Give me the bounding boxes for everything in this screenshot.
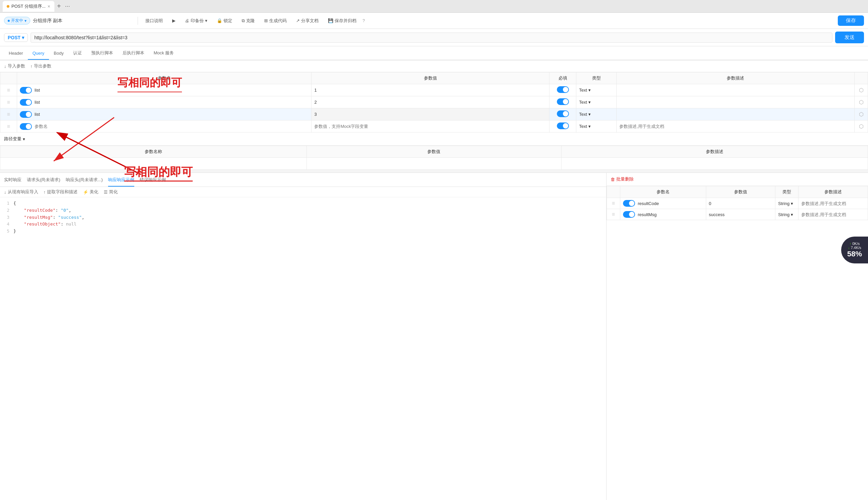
beautify-label: 美化	[90, 189, 98, 195]
drag-handle-icon[interactable]: ≡	[7, 111, 10, 117]
beautify-icon: ⚡	[83, 190, 88, 195]
row2-toggle[interactable]	[20, 99, 32, 106]
res-row2-name[interactable]	[638, 212, 703, 217]
row3-required-toggle[interactable]	[557, 110, 569, 117]
res-col-type: 类型	[775, 186, 799, 198]
clone-button[interactable]: ⧉ 克隆	[238, 16, 258, 25]
drag-handle-icon[interactable]: ≡	[7, 99, 10, 105]
url-input[interactable]	[31, 33, 832, 43]
res-row2-desc[interactable]	[801, 212, 865, 217]
tab-query[interactable]: Query	[28, 47, 49, 59]
res-row2-toggle[interactable]	[623, 211, 635, 218]
row3-name-input[interactable]	[35, 112, 308, 117]
beautify-button[interactable]: ⚡ 美化	[83, 189, 98, 195]
clone-icon: ⧉	[242, 18, 245, 23]
api-name-input[interactable]	[33, 18, 134, 23]
response-tab-realtime[interactable]: 实时响应	[4, 173, 22, 186]
row2-desc-input[interactable]	[619, 100, 852, 105]
row1-required-toggle[interactable]	[557, 86, 569, 93]
env-selector[interactable]: 开发中 ▾	[4, 17, 30, 24]
tab-mock[interactable]: Mock 服务	[149, 47, 179, 59]
tab-header[interactable]: Header	[4, 47, 28, 59]
row2-type-label: Text	[579, 100, 587, 105]
send-button[interactable]: 发送	[835, 32, 864, 43]
row4-desc-input[interactable]	[619, 124, 852, 129]
response-tab-req-headers[interactable]: 请求头(尚未请求)	[27, 173, 60, 186]
row4-name-input[interactable]	[35, 124, 308, 129]
run-button[interactable]: ▶	[169, 17, 179, 24]
res-row1-value[interactable]	[709, 201, 773, 206]
row3-toggle[interactable]	[20, 111, 32, 118]
share-doc-button[interactable]: ↗ 分享文档	[293, 16, 322, 25]
tab-more-button[interactable]: ···	[64, 3, 71, 10]
tab-close-icon[interactable]: ×	[48, 4, 50, 9]
extract-icon: ↑	[44, 190, 46, 195]
extract-fields-button[interactable]: ↑ 提取字段和描述	[44, 189, 78, 195]
row1-3d-icon[interactable]: ⬡	[859, 87, 864, 93]
row3-3d-icon[interactable]: ⬡	[859, 111, 864, 117]
tab-label: POST 分组排序...	[11, 3, 46, 9]
row3-desc-input[interactable]	[619, 112, 852, 117]
toolbar-divider	[138, 17, 138, 25]
row1-desc-input[interactable]	[619, 88, 852, 93]
lock-button[interactable]: 🔒 锁定	[213, 16, 236, 25]
tab-post[interactable]: POST 分组排序... ×	[3, 1, 54, 12]
res-row2-value[interactable]	[709, 212, 773, 217]
method-selector[interactable]: POST ▾	[4, 33, 28, 42]
row2-name-input[interactable]	[35, 100, 308, 105]
row4-type-select[interactable]: Text ▾	[579, 124, 613, 129]
row2-3d-icon[interactable]: ⬡	[859, 99, 864, 105]
save-button[interactable]: 保存	[838, 15, 864, 26]
row1-type-select[interactable]: Text ▾	[579, 88, 613, 93]
code-content[interactable]: { "resultCode": "0", "resultMsg": "succe…	[13, 200, 606, 235]
tab-body[interactable]: Body	[49, 47, 68, 59]
interface-desc-button[interactable]: 接口说明	[142, 16, 166, 25]
batch-delete-button[interactable]: 🗑 批量删除	[607, 174, 638, 184]
drag-handle-icon[interactable]: ≡	[612, 200, 615, 206]
row2-value-input[interactable]	[314, 100, 546, 105]
tab-post-script[interactable]: 后执行脚本	[118, 47, 149, 59]
generate-code-button[interactable]: ⊞ 生成代码	[261, 16, 290, 25]
run-icon: ▶	[172, 18, 176, 23]
request-tabs-nav: Header Query Body 认证 预执行脚本 后执行脚本 Mock 服务	[0, 46, 868, 60]
response-right-panel: 🗑 批量删除 参数名 参数值 类型 参数描述	[606, 173, 868, 500]
response-tab-res-example[interactable]: 响应响应示例	[108, 173, 134, 186]
drag-handle-icon[interactable]: ≡	[612, 212, 615, 217]
row4-required-toggle[interactable]	[557, 123, 569, 129]
env-dot	[8, 20, 10, 22]
save-archive-button[interactable]: 💾 保存并归档	[325, 16, 360, 25]
drag-handle-icon[interactable]: ≡	[7, 124, 10, 129]
row2-type-select[interactable]: Text ▾	[579, 100, 613, 105]
tab-add-button[interactable]: +	[56, 2, 63, 10]
path-vars-header[interactable]: 路径变量 ▾	[0, 133, 868, 146]
url-bar: POST ▾ 发送	[0, 29, 868, 46]
row4-3d-icon[interactable]: ⬡	[859, 124, 864, 129]
import-response-button[interactable]: ↓ 从现有响应导入	[4, 189, 38, 195]
response-tab-err-example[interactable]: 错误响应示例	[140, 173, 166, 186]
row4-value-input[interactable]	[314, 124, 546, 129]
res-row1-name[interactable]	[638, 201, 703, 206]
drag-handle-icon[interactable]: ≡	[7, 87, 10, 93]
tab-auth[interactable]: 认证	[68, 47, 87, 59]
res-row1-toggle[interactable]	[623, 200, 635, 207]
row2-type-chevron-icon: ▾	[588, 100, 591, 105]
backup-button[interactable]: 🖨 印备份 ▾	[182, 16, 211, 25]
export-params-button[interactable]: ↑ 导出参数	[31, 63, 52, 69]
row1-name-input[interactable]	[35, 88, 308, 93]
res-col-drag	[607, 186, 620, 198]
share-label: 分享文档	[301, 18, 318, 24]
import-params-button[interactable]: ↓ 导入参数	[4, 63, 25, 69]
res-col-desc: 参数描述	[799, 186, 868, 198]
row4-toggle[interactable]	[20, 123, 32, 130]
row2-required-toggle[interactable]	[557, 98, 569, 105]
tab-pre-script[interactable]: 预执行脚本	[87, 47, 118, 59]
res-row2-type-select[interactable]: String ▾	[778, 212, 796, 217]
row3-value-input[interactable]	[314, 112, 546, 117]
res-row1-type-select[interactable]: String ▾	[778, 201, 796, 206]
simplify-button[interactable]: ☰ 简化	[104, 189, 118, 195]
row1-value-input[interactable]	[314, 88, 546, 93]
res-row1-desc[interactable]	[801, 201, 865, 206]
row1-toggle[interactable]	[20, 87, 32, 94]
response-tab-res-headers[interactable]: 响应头(尚未请求...)	[66, 173, 103, 186]
row3-type-select[interactable]: Text ▾	[579, 112, 613, 117]
